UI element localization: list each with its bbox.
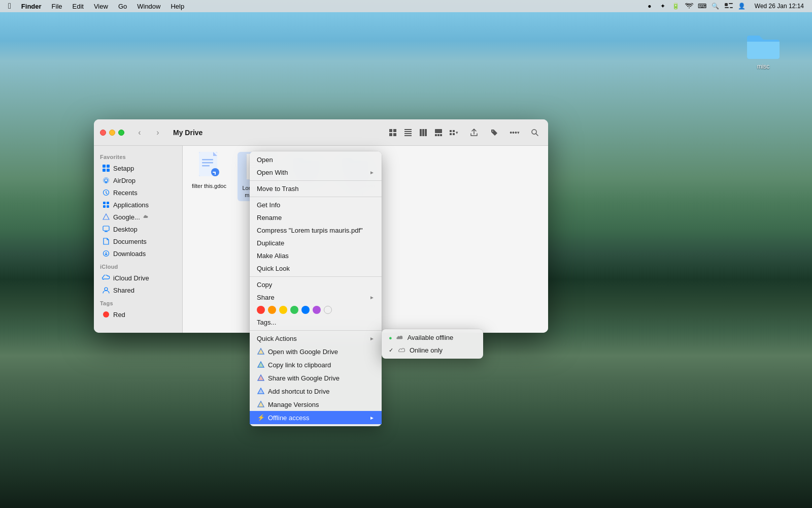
cm-open-gdrive[interactable]: Open with Google Drive [250, 345, 382, 358]
sidebar-item-setapp[interactable]: Setapp [96, 162, 180, 174]
list-view-button[interactable] [401, 126, 415, 139]
cm-compress[interactable]: Compress "Lorem turpis mauris.pdf" [250, 224, 382, 237]
cm-duplicate-label: Duplicate [257, 239, 284, 247]
menubar-right: ● ✦ 🔋 ⌨ 🔍 👤 Wed 26 Jan 12:14 [645, 2, 808, 11]
sm-online-only[interactable]: ✓ Online only [382, 344, 483, 357]
cm-open-gdrive-label: Open with Google Drive [268, 348, 338, 356]
menubar-edit[interactable]: Edit [69, 3, 88, 10]
menubar-file[interactable]: File [48, 3, 66, 10]
sidebar-item-tag-red[interactable]: Red [96, 308, 180, 321]
share-toolbar-button[interactable] [467, 126, 481, 139]
sidebar-item-airdrop[interactable]: AirDrop [96, 174, 180, 186]
offline-access-submenu: ● Available offline ✓ Online only [382, 329, 483, 359]
sidebar-item-recents[interactable]: Recents [96, 186, 180, 199]
user-icon[interactable]: 👤 [737, 2, 747, 11]
cloud-badge-icon [143, 214, 148, 219]
sidebar-item-desktop[interactable]: Desktop [96, 223, 180, 235]
svg-rect-34 [103, 205, 106, 208]
keystroke-icon: ✦ [658, 2, 667, 11]
tag-purple[interactable] [313, 306, 321, 314]
sidebar-item-downloads[interactable]: Downloads [96, 247, 180, 260]
controlcenter-icon[interactable] [724, 2, 733, 11]
cm-quick-actions[interactable]: Quick Actions ► [250, 332, 382, 345]
tag-toolbar-button[interactable] [487, 126, 501, 139]
sm-available-offline[interactable]: ● Available offline [382, 331, 483, 344]
svg-rect-9 [404, 131, 412, 132]
cm-add-shortcut[interactable]: Add shortcut to Drive [250, 385, 382, 398]
tag-green[interactable] [290, 306, 298, 314]
tag-orange[interactable] [268, 306, 276, 314]
menubar-view[interactable]: View [90, 3, 112, 10]
tag-red[interactable] [257, 306, 265, 314]
close-button[interactable] [100, 130, 106, 136]
column-view-button[interactable] [416, 126, 430, 139]
svg-rect-11 [404, 135, 412, 136]
sidebar-item-shared[interactable]: Shared [96, 284, 180, 296]
menubar-app-name[interactable]: Finder [17, 3, 46, 10]
cm-offline-access-label: Offline access [268, 414, 309, 422]
cm-tags-ellipsis[interactable]: Tags... [250, 316, 382, 329]
desktop-folder-misc[interactable]: misc [745, 30, 782, 70]
sidebar-item-documents[interactable]: Documents [96, 235, 180, 247]
tags-section-label: Tags [94, 296, 182, 308]
cm-share-gdrive[interactable]: Share with Google Drive [250, 371, 382, 385]
svg-rect-0 [725, 3, 728, 6]
menubar-go[interactable]: Go [114, 3, 131, 10]
cm-tags-row [250, 304, 382, 316]
red-tag-icon [102, 310, 110, 319]
cm-copy[interactable]: Copy [250, 278, 382, 291]
cm-open-with[interactable]: Open With ► [250, 166, 382, 179]
cm-offline-access[interactable]: ⚡ Offline access ► [250, 411, 382, 424]
cm-make-alias-label: Make Alias [257, 252, 289, 260]
cm-duplicate[interactable]: Duplicate [250, 237, 382, 249]
forward-button[interactable]: › [151, 125, 165, 140]
sidebar-item-icloud-drive[interactable]: iCloud Drive [96, 272, 180, 284]
cm-manage-versions[interactable]: Manage Versions [250, 398, 382, 411]
cm-quick-look[interactable]: Quick Look [250, 262, 382, 275]
sidebar-item-googledrive[interactable]: Google... [96, 211, 180, 223]
maximize-button[interactable] [118, 130, 124, 136]
setapp-label: Setapp [113, 165, 134, 172]
icloud-drive-icon [102, 274, 110, 282]
svg-marker-58 [258, 388, 264, 394]
cm-compress-label: Compress "Lorem turpis mauris.pdf" [257, 227, 363, 234]
back-button[interactable]: ‹ [132, 125, 147, 140]
icon-view-button[interactable] [386, 126, 400, 139]
cm-make-alias[interactable]: Make Alias [250, 249, 382, 262]
cm-share[interactable]: Share ► [250, 291, 382, 304]
cm-sep-4 [250, 330, 382, 331]
tag-yellow[interactable] [279, 306, 287, 314]
tag-blue[interactable] [301, 306, 310, 314]
gdrive-icon-shortcut [257, 387, 265, 395]
group-view-button[interactable]: ▾ [447, 126, 461, 139]
tag-none[interactable] [324, 306, 332, 314]
apple-menu[interactable]:  [4, 2, 15, 11]
cm-copy-link[interactable]: Copy link to clipboard [250, 358, 382, 371]
gallery-view-button[interactable] [431, 126, 446, 139]
context-menu: Open Open With ► Move to Trash Get Info … [250, 151, 382, 426]
menubar-time: Wed 26 Jan 12:14 [751, 3, 808, 10]
search-toolbar-button[interactable] [528, 126, 542, 139]
cm-get-info[interactable]: Get Info [250, 199, 382, 211]
offline-access-icon: ⚡ [257, 414, 265, 422]
search-menubar-icon[interactable]: 🔍 [711, 2, 720, 11]
cm-rename-label: Rename [257, 214, 282, 221]
desktop-folder-label: misc [757, 63, 770, 70]
file-item-gdoc[interactable]: filter this.gdoc [189, 152, 229, 201]
menubar-window[interactable]: Window [133, 3, 164, 10]
cm-trash[interactable]: Move to Trash [250, 182, 382, 195]
svg-rect-3 [730, 7, 733, 8]
menubar-help[interactable]: Help [166, 3, 188, 10]
airdrop-icon [102, 176, 110, 184]
finder-window-title: My Drive [173, 129, 202, 137]
svg-rect-16 [435, 134, 437, 136]
favorites-section-label: Favorites [94, 150, 182, 162]
svg-rect-19 [450, 130, 452, 132]
sidebar-item-applications[interactable]: Applications [96, 199, 180, 211]
traffic-lights [100, 130, 124, 136]
more-toolbar-button[interactable]: ••• ▾ [507, 126, 522, 139]
minimize-button[interactable] [109, 130, 115, 136]
cm-open[interactable]: Open [250, 153, 382, 166]
cm-rename[interactable]: Rename [250, 211, 382, 224]
finder-sidebar: Favorites Setapp AirDrop Recents [94, 146, 183, 333]
